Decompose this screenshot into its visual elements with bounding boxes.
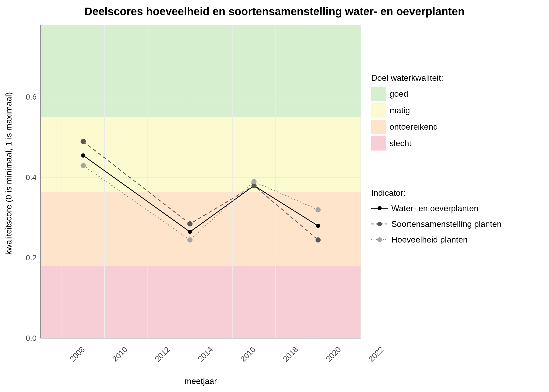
svg-point-31 xyxy=(378,206,382,210)
swatch-ontoereikend xyxy=(371,120,386,134)
legend-indicator: Indicator: Water- en oeverplanten Soorte… xyxy=(371,188,502,249)
y-axis-label: kwaliteitscore (0 is minimaal, 1 is maxi… xyxy=(4,92,14,255)
svg-point-26 xyxy=(251,179,257,184)
y-tick: 0.2 xyxy=(26,253,37,262)
legend-line-dotted xyxy=(371,236,388,244)
x-tick: 2014 xyxy=(193,345,215,366)
legend-item-soorten: Soortensamenstelling planten xyxy=(371,217,502,230)
x-tick: 2016 xyxy=(236,345,257,366)
svg-point-35 xyxy=(377,237,382,242)
swatch-slecht xyxy=(371,136,386,151)
x-tick: 2020 xyxy=(322,345,343,366)
legend-item-goed: goed xyxy=(371,87,443,101)
x-tick: 2010 xyxy=(108,345,129,366)
svg-point-20 xyxy=(81,139,86,144)
x-tick: 2008 xyxy=(65,345,87,366)
legend-item-water-oever: Water- en oeverplanten xyxy=(371,202,502,215)
plot-svg xyxy=(41,25,361,338)
legend-item-hoeveelheid: Hoeveelheid planten xyxy=(371,233,502,246)
legend-indicator-title: Indicator: xyxy=(371,188,502,198)
svg-point-25 xyxy=(187,237,193,243)
svg-point-21 xyxy=(187,221,193,227)
chart-title: Deelscores hoeveelheid en soortensamenst… xyxy=(0,5,549,18)
svg-rect-0 xyxy=(41,25,361,117)
y-tick: 0.6 xyxy=(26,93,37,101)
svg-rect-3 xyxy=(41,266,361,338)
legend-quality-title: Doel waterkwaliteit: xyxy=(371,73,443,83)
svg-point-17 xyxy=(188,230,192,234)
svg-point-16 xyxy=(81,153,85,158)
svg-rect-2 xyxy=(41,192,361,266)
x-tick: 2018 xyxy=(279,345,300,366)
y-tick: 0.0 xyxy=(26,334,37,343)
legend-item-ontoereikend: ontoereikend xyxy=(371,120,443,134)
y-tick: 0.4 xyxy=(26,173,37,182)
svg-point-19 xyxy=(316,224,320,228)
svg-point-23 xyxy=(316,237,321,243)
legend-line-dashed xyxy=(371,220,388,228)
x-axis-label: meetjaar xyxy=(41,376,361,386)
x-tick: 2022 xyxy=(364,345,385,366)
swatch-matig xyxy=(371,103,386,118)
svg-rect-1 xyxy=(41,117,361,192)
swatch-goed xyxy=(371,87,386,101)
chart-container: Deelscores hoeveelheid en soortensamenst… xyxy=(0,0,549,392)
legend-quality: Doel waterkwaliteit: goed matig ontoerei… xyxy=(371,73,443,153)
svg-point-33 xyxy=(377,222,382,226)
legend-item-matig: matig xyxy=(371,103,443,118)
x-tick: 2012 xyxy=(151,345,172,366)
svg-point-27 xyxy=(316,207,321,212)
legend-item-slecht: slecht xyxy=(371,136,443,151)
legend-line-solid xyxy=(371,204,388,212)
svg-point-24 xyxy=(81,163,86,168)
